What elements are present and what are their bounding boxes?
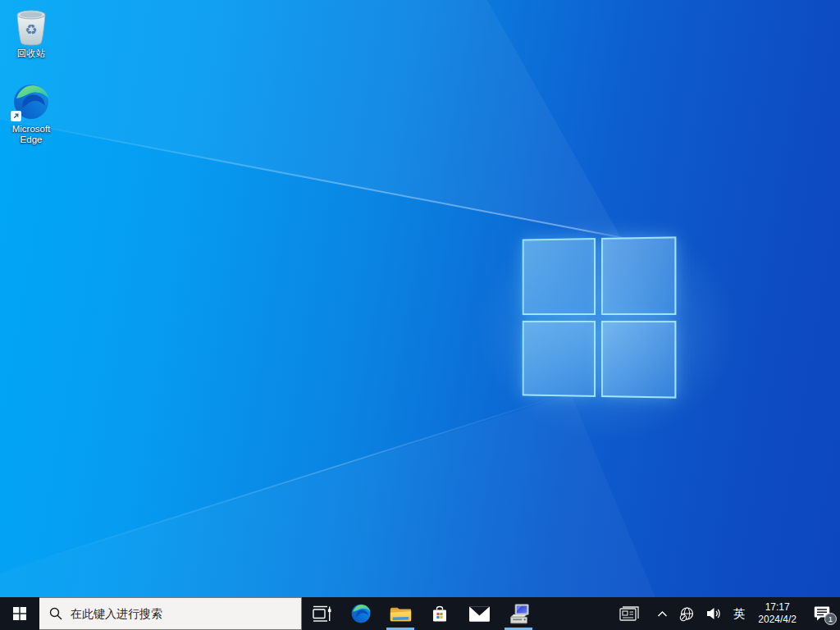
edge-icon [350,603,372,624]
edge-taskbar-button[interactable] [341,597,381,630]
ime-indicator[interactable]: 英 [728,597,751,630]
wallpaper-windows-logo [523,236,677,398]
windows-logo-pane [523,238,596,314]
recycle-bin-label: 回收站 [4,48,58,59]
recycle-bin-icon: ♻ [4,7,58,46]
search-input[interactable] [71,607,291,620]
search-icon [49,607,62,620]
task-view-icon [311,604,332,623]
clock-date: 2024/4/2 [758,614,797,626]
desktop[interactable]: ♻ 回收站 [0,0,840,597]
windows-logo-pane [523,320,596,396]
shortcut-arrow-icon [11,111,21,121]
task-view-button[interactable] [302,597,341,630]
news-and-interests-button[interactable] [607,597,651,630]
file-explorer-icon [390,604,412,623]
desktop-icon-recycle-bin[interactable]: ♻ 回收站 [4,7,58,59]
svg-text:♻: ♻ [25,21,37,38]
edge-label-line1: Microsoft [4,124,58,135]
hidden-icons-button[interactable] [651,597,673,630]
file-explorer-button[interactable] [381,597,420,630]
taskbar-search-box[interactable] [39,597,302,630]
installer-computer-icon [507,602,531,626]
chevron-up-icon [657,610,668,618]
volume-button[interactable] [701,597,728,630]
mail-icon [468,605,491,623]
installer-button[interactable] [499,597,538,630]
store-button[interactable] [420,597,459,630]
edge-label: Microsoft Edge [4,124,58,145]
edge-label-line2: Edge [4,135,58,145]
mail-button[interactable] [459,597,499,630]
clock-time: 17:17 [765,601,790,614]
globe-offline-icon [679,606,695,622]
edge-icon [4,82,58,121]
action-center-button[interactable]: 1 [804,597,840,630]
windows-logo-pane [600,321,676,399]
news-icon [619,605,640,623]
speaker-icon [706,607,722,620]
windows-logo-pane [600,236,676,314]
notification-badge: 1 [824,613,837,625]
taskbar-clock[interactable]: 17:17 2024/4/2 [751,597,804,630]
system-tray: 英 17:17 2024/4/2 1 [607,597,840,630]
start-button[interactable] [0,597,39,630]
desktop-icon-microsoft-edge[interactable]: Microsoft Edge [4,82,58,145]
taskbar: 英 17:17 2024/4/2 1 [0,597,840,630]
windows-logo-icon [13,607,26,620]
network-button[interactable] [673,597,701,630]
store-icon [430,603,450,625]
